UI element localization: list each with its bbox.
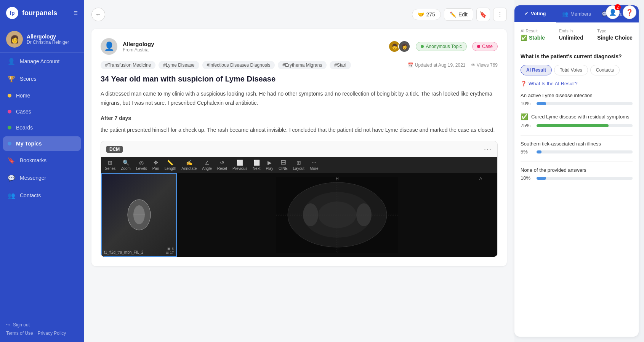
answer-pct-1: 10% xyxy=(521,101,533,106)
answer-item-2: ✅ Cured Lyme disease with residual sympt… xyxy=(521,113,633,128)
signout-button[interactable]: ↪ Sign out xyxy=(6,322,78,328)
sidebar-item-bookmarks[interactable]: 🔖 Bookmarks xyxy=(0,152,84,169)
more-tools[interactable]: ⋯More xyxy=(310,160,319,171)
sidebar-item-boards[interactable]: Boards xyxy=(0,120,84,136)
answer-bar-bg-1 xyxy=(537,102,633,105)
article-body-p1: A distressed man came to my clinic with … xyxy=(101,89,498,108)
question-icon: ❓ xyxy=(521,81,527,86)
dcm-thumbnail: t1_fl2d_tra_mbh_FIL_2 ▣ 5 ☰ 17 xyxy=(101,173,177,257)
reset-tool[interactable]: ↺Reset xyxy=(217,160,227,171)
member-avatars: 👨 👩 xyxy=(388,40,410,53)
back-button[interactable]: ← xyxy=(91,8,105,21)
tag-3[interactable]: #Infectious Diseases Diagnosis xyxy=(202,61,275,69)
play-tool[interactable]: ▶Play xyxy=(266,160,273,171)
terms-link[interactable]: Terms of Use xyxy=(6,331,33,336)
dcm-label: DCM xyxy=(106,146,123,153)
dcm-left-panel: t1_fl2d_tra_mbh_FIL_2 ▣ 5 ☰ 17 xyxy=(101,173,177,257)
answer-item-3: Southern tick-associated rash illness 5% xyxy=(521,141,633,155)
signout-label: Sign out xyxy=(13,322,30,328)
sidebar-item-my-topics[interactable]: My Topics xyxy=(3,136,81,151)
ai-result-link-label: What Is the AI Result? xyxy=(529,81,578,86)
sidebar-item-messenger[interactable]: 💬 Messenger xyxy=(0,169,84,187)
dcm-toolbar: ⊞Series 🔍Zoom ◎Levels ✥Pan 📏Length ✍Anno… xyxy=(101,157,497,173)
tag-2[interactable]: #Lyme Disease xyxy=(159,61,199,69)
tab-voting[interactable]: ✓ Voting xyxy=(514,5,556,22)
pan-tool[interactable]: ✥Pan xyxy=(152,160,159,171)
view-toggle: AI Result Total Votes Contacts xyxy=(521,65,633,75)
edit-button[interactable]: ✏️ Edit xyxy=(444,8,473,21)
members-tab-label: Members xyxy=(570,11,591,17)
tag-5[interactable]: #Stari xyxy=(330,61,351,69)
views-count: 👁 Views 769 xyxy=(471,62,498,68)
sidebar-item-contacts[interactable]: 👥 Contacts xyxy=(0,187,84,204)
article-header: 👤 Allergology From Austria 👨 👩 Anonymous… xyxy=(101,38,498,55)
cine-tool[interactable]: 🎞CINE xyxy=(279,160,288,171)
ai-result-link[interactable]: ❓ What Is the AI Result? xyxy=(521,81,633,86)
answer-pct-2: 75% xyxy=(521,123,533,128)
article-body-p2: the patient presented himself for a chec… xyxy=(101,126,498,135)
voting-meta: AI Result ✅ Stable Ends in Unlimited Typ… xyxy=(514,22,639,47)
privacy-link[interactable]: Privacy Policy xyxy=(38,331,66,336)
tab-members[interactable]: 👥 Members xyxy=(556,5,598,22)
article-meta: Allergology From Austria xyxy=(123,41,383,53)
divider-2 xyxy=(521,161,633,162)
zoom-tool[interactable]: 🔍Zoom xyxy=(121,160,131,171)
answer-text-4: None of the provided answers xyxy=(521,167,586,173)
answer-item-4: None of the provided answers 10% xyxy=(521,167,633,181)
sidebar-item-cases[interactable]: Cases xyxy=(0,104,84,120)
bookmark-button[interactable]: 🔖 xyxy=(476,8,490,21)
more-button[interactable]: ⋮ xyxy=(493,8,507,21)
logo-icon: fp xyxy=(6,7,18,19)
answer-bar-row-2: 75% xyxy=(521,123,633,128)
voting-question: What is the patient's current diagnosis? xyxy=(521,53,633,59)
answer-label-2: ✅ Cured Lyme disease with residual sympt… xyxy=(521,113,633,120)
sidebar-item-scores[interactable]: 🏆 Scores xyxy=(0,70,84,88)
annotate-tool[interactable]: ✍Annotate xyxy=(181,160,197,171)
answer-bar-1 xyxy=(537,102,546,105)
dcm-more-button[interactable]: ··· xyxy=(484,145,492,153)
layout-tool[interactable]: ⊞Layout xyxy=(293,160,304,171)
sidebar-item-home[interactable]: Home xyxy=(0,88,84,104)
tag-1[interactable]: #Transfusion Medicine xyxy=(101,61,155,69)
ai-result-toggle-btn[interactable]: AI Result xyxy=(521,65,552,75)
angle-tool[interactable]: ∠Angle xyxy=(202,160,212,171)
answer-bar-2 xyxy=(537,124,609,127)
dcm-header: DCM ··· xyxy=(101,141,497,157)
answer-bar-bg-4 xyxy=(537,177,633,180)
svg-point-6 xyxy=(318,201,356,228)
anonymous-badge-label: Anonymous Topic xyxy=(426,44,462,49)
answer-bar-row-1: 10% xyxy=(521,101,633,106)
boards-label: Boards xyxy=(16,125,33,131)
ends-in-meta-value: Unlimited xyxy=(559,35,594,41)
series-tool[interactable]: ⊞Series xyxy=(105,160,115,171)
footer-links: Terms of Use Privacy Policy xyxy=(6,331,78,336)
vote-count-button[interactable]: 🤝 275 xyxy=(412,9,441,20)
edit-label: Edit xyxy=(458,11,468,18)
answer-pct-4: 10% xyxy=(521,175,533,181)
member-avatar-2: 👩 xyxy=(398,40,410,53)
anonymous-topic-badge: Anonymous Topic xyxy=(416,42,467,51)
scores-label: Scores xyxy=(20,76,37,82)
user-subtitle: Dr Christina Reiniger xyxy=(27,40,69,45)
menu-icon[interactable]: ≡ xyxy=(74,9,78,17)
levels-tool[interactable]: ◎Levels xyxy=(136,160,147,171)
cases-label: Cases xyxy=(16,109,31,115)
user-name: Allergology xyxy=(27,34,69,40)
article-card: 👤 Allergology From Austria 👨 👩 Anonymous… xyxy=(91,29,507,266)
contacts-toggle-btn[interactable]: Contacts xyxy=(590,65,620,75)
voting-tab-icon: ✓ xyxy=(524,11,529,16)
total-votes-toggle-btn[interactable]: Total Votes xyxy=(554,65,588,75)
dcm-image-area: t1_fl2d_tra_mbh_FIL_2 ▣ 5 ☰ 17 H A xyxy=(101,173,497,257)
case-badge-dot xyxy=(477,45,480,48)
article-body-after: After 7 days xyxy=(101,114,498,123)
next-tool[interactable]: ⬜Next xyxy=(253,160,261,171)
ai-result-meta-label: AI Result xyxy=(521,29,556,33)
tag-4[interactable]: #Erythema Migrans xyxy=(278,61,327,69)
sidebar-item-manage-account[interactable]: 👤 Manage Account xyxy=(0,53,84,70)
previous-tool[interactable]: ⬜Previous xyxy=(232,160,247,171)
article-meta-info: 📅 Updated at Aug 19, 2021 👁 Views 769 xyxy=(408,62,498,68)
bookmarks-icon: 🔖 xyxy=(8,157,15,164)
answer-pct-3: 5% xyxy=(521,149,533,155)
updated-date: 📅 Updated at Aug 19, 2021 xyxy=(408,62,465,68)
length-tool[interactable]: 📏Length xyxy=(165,160,176,171)
